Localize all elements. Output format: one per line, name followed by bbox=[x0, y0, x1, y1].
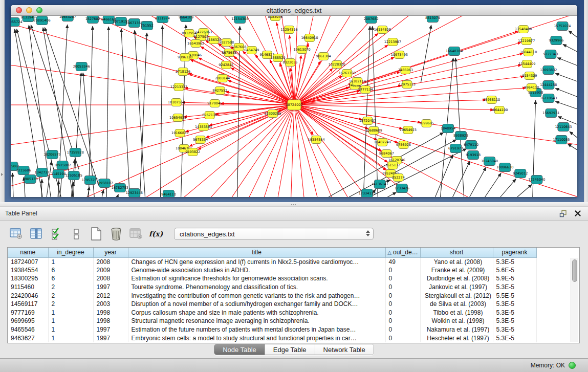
function-builder-button[interactable]: f(x) bbox=[149, 227, 163, 241]
show-column-button[interactable] bbox=[29, 227, 43, 241]
network-window[interactable]: citations_edges.txt 14055724913194920891… bbox=[11, 5, 577, 197]
graph-node[interactable]: 12154308 bbox=[231, 16, 248, 24]
scrollbar-thumb[interactable] bbox=[572, 259, 577, 282]
graph-node[interactable]: 1733426 bbox=[395, 184, 409, 193]
cell-out_degree[interactable]: 0 bbox=[385, 291, 420, 300]
graph-node[interactable]: 9464110 bbox=[161, 190, 176, 198]
cell-in_degree[interactable]: 1 bbox=[48, 317, 93, 325]
graph-node[interactable]: 15720407 bbox=[359, 117, 376, 125]
graph-node[interactable]: 12110643 bbox=[555, 123, 572, 132]
cell-short[interactable]: Hescheler et al. (1997) bbox=[420, 334, 493, 342]
graph-node[interactable]: 8427552 bbox=[212, 87, 227, 95]
cell-in_degree[interactable]: 2 bbox=[48, 300, 93, 309]
cell-title[interactable]: Changes of HCN gene expression and I(f) … bbox=[128, 257, 385, 266]
graph-node[interactable]: 15692931 bbox=[542, 109, 559, 118]
graph-node[interactable]: 10096620 bbox=[496, 163, 513, 172]
graph-node[interactable]: 11544409 bbox=[518, 60, 535, 68]
graph-hub-node[interactable]: 18724007 bbox=[286, 100, 302, 110]
cell-in_degree[interactable]: 1 bbox=[48, 334, 93, 342]
cell-in_degree[interactable]: 1 bbox=[48, 257, 93, 266]
table-row[interactable]: 1938455462009Genome-wide association stu… bbox=[8, 266, 536, 275]
graph-node[interactable]: 14136141 bbox=[372, 180, 388, 189]
cell-name[interactable]: 9463627 bbox=[8, 334, 48, 342]
cell-year[interactable]: 1997 bbox=[93, 325, 128, 334]
graph-node[interactable]: 6479110 bbox=[464, 141, 478, 149]
graph-node[interactable]: 10975887 bbox=[54, 161, 71, 170]
cell-title[interactable]: Genome-wide association studies in ADHD. bbox=[128, 266, 385, 275]
graph-node[interactable]: 20053346 bbox=[73, 62, 90, 71]
graph-node[interactable]: 9699695 bbox=[419, 120, 434, 127]
cell-title[interactable]: Investigating the contribution of common… bbox=[128, 291, 385, 300]
cell-title[interactable]: Embryonic stem cells: a model to study s… bbox=[128, 334, 385, 342]
graph-node[interactable]: 19654923 bbox=[400, 126, 417, 134]
cell-short[interactable]: de Silva et al. (2003) bbox=[420, 300, 493, 309]
cell-title[interactable]: Corpus callosum shape and size in male p… bbox=[128, 309, 385, 317]
cell-title[interactable]: Estimation of the future numbers of pati… bbox=[128, 325, 385, 334]
cell-out_degree[interactable]: 0 bbox=[385, 300, 420, 309]
cell-out_degree[interactable]: 0 bbox=[385, 309, 420, 317]
column-header-title[interactable]: title bbox=[128, 248, 385, 257]
table-row[interactable]: 1872400712008Changes of HCN gene express… bbox=[8, 257, 536, 266]
cell-pagerank[interactable]: 5.3E-5 bbox=[493, 257, 536, 266]
cell-short[interactable]: Stergiakouli et al. (2012) bbox=[420, 291, 493, 300]
cell-short[interactable]: Yano et al. (2008) bbox=[420, 257, 493, 266]
graph-node[interactable]: 12213987 bbox=[384, 38, 401, 46]
vertical-scrollbar[interactable] bbox=[571, 258, 578, 342]
panel-collapse-arrow-icon[interactable] bbox=[1, 173, 3, 176]
graph-node[interactable]: 10653287 bbox=[59, 16, 76, 21]
graph-node[interactable]: 9242845 bbox=[219, 61, 233, 69]
cell-title[interactable]: Structural magnetic resonance image aver… bbox=[128, 317, 385, 325]
table-row[interactable]: 1830029562008Estimation of significance … bbox=[8, 274, 536, 283]
float-panel-button[interactable] bbox=[559, 209, 567, 217]
graph-node[interactable]: 20891406 bbox=[34, 16, 51, 25]
column-header-pagerank[interactable]: pagerank bbox=[493, 248, 536, 257]
cell-pagerank[interactable]: 5.3E-5 bbox=[493, 317, 536, 325]
cell-year[interactable]: 1997 bbox=[93, 334, 128, 342]
graph-node[interactable]: 15958110 bbox=[483, 96, 500, 104]
tab-node-table[interactable]: Node Table bbox=[214, 344, 265, 355]
panel-splitter[interactable] bbox=[0, 202, 588, 207]
cell-title[interactable]: Disruption of a novel member of a sodium… bbox=[128, 300, 385, 309]
graph-node[interactable]: 5905135 bbox=[23, 175, 38, 184]
cell-title[interactable]: Tourette syndrome. Phenomenology and cla… bbox=[128, 283, 385, 292]
column-header-name[interactable]: name bbox=[8, 248, 48, 257]
table-mode-button[interactable] bbox=[9, 227, 23, 241]
cell-short[interactable]: Franke et al. (2009) bbox=[420, 266, 493, 275]
graph-node[interactable]: 16044110 bbox=[520, 49, 537, 56]
graph-node[interactable]: 9154309 bbox=[522, 72, 537, 80]
graph-node[interactable]: 15751074 bbox=[554, 22, 571, 31]
table-row[interactable]: 946554611997Estimation of the future num… bbox=[8, 325, 536, 334]
cell-in_degree[interactable]: 1 bbox=[48, 309, 93, 317]
cell-short[interactable]: Dudbridge et al. (2008) bbox=[420, 274, 493, 283]
create-column-button[interactable] bbox=[89, 227, 103, 241]
cell-short[interactable]: Nakamura et al. (1997) bbox=[420, 325, 493, 334]
cell-in_degree[interactable]: 6 bbox=[48, 266, 93, 275]
cell-year[interactable]: 2008 bbox=[93, 257, 128, 266]
cell-out_degree[interactable]: 0 bbox=[385, 334, 420, 342]
table-row[interactable]: 911546021997Tourette syndrome. Phenomeno… bbox=[8, 283, 536, 292]
graph-node[interactable]: 10644100 bbox=[491, 106, 508, 114]
graph-node[interactable]: 9861304 bbox=[316, 53, 331, 60]
splitter-grip-icon[interactable] bbox=[291, 204, 296, 206]
cell-year[interactable]: 2009 bbox=[93, 266, 128, 275]
table-row[interactable]: 946362711997Embryonic stem cells: a mode… bbox=[8, 334, 536, 342]
cell-year[interactable]: 1998 bbox=[93, 309, 128, 317]
graph-node[interactable]: 1840954 bbox=[441, 124, 455, 133]
cell-pagerank[interactable]: 5.3E-5 bbox=[493, 300, 536, 309]
graph-node[interactable]: 16210643 bbox=[540, 94, 557, 103]
graph-node[interactable]: 20206575 bbox=[44, 150, 61, 159]
graph-node[interactable]: 252274 bbox=[392, 174, 405, 182]
graph-node[interactable]: 9329966 bbox=[549, 36, 563, 45]
cell-in_degree[interactable]: 2 bbox=[48, 291, 93, 300]
select-rows-button[interactable] bbox=[49, 227, 63, 241]
cell-name[interactable]: 9699695 bbox=[8, 317, 48, 325]
cell-out_degree[interactable]: 49 bbox=[385, 257, 420, 266]
cell-out_degree[interactable]: 0 bbox=[385, 317, 420, 325]
graph-node[interactable]: 10688609 bbox=[365, 127, 382, 135]
graph-node[interactable]: 16154808 bbox=[374, 26, 391, 34]
cell-pagerank[interactable]: 5.9E-5 bbox=[493, 274, 536, 283]
cell-in_degree[interactable]: 6 bbox=[48, 274, 93, 283]
graph-node[interactable]: 16640910 bbox=[301, 34, 318, 42]
cell-out_degree[interactable]: 0 bbox=[385, 266, 420, 275]
cell-out_degree[interactable]: 0 bbox=[385, 274, 420, 283]
